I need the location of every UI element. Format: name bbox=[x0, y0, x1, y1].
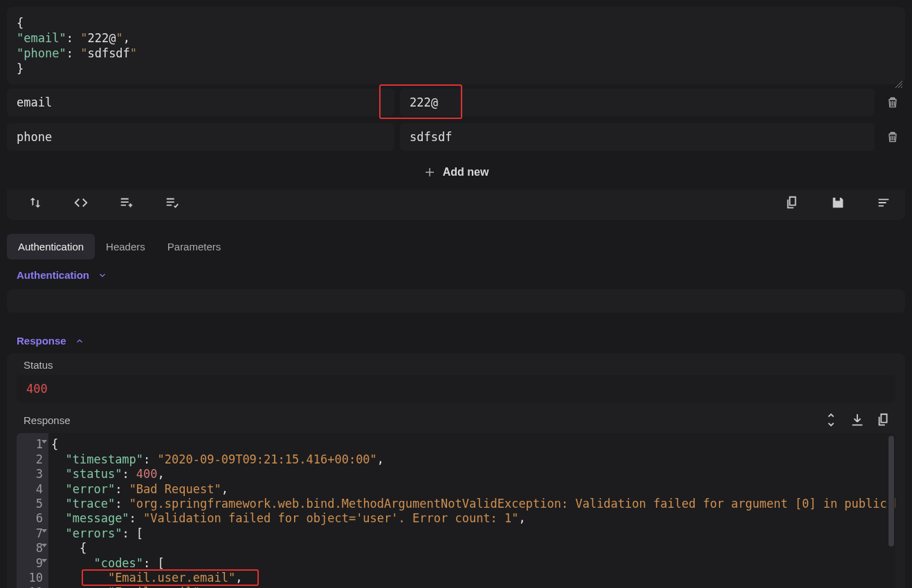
code-line: "timestamp": "2020-09-09T09:21:15.416+00… bbox=[51, 452, 895, 467]
download-icon[interactable] bbox=[850, 412, 865, 428]
param-key-input[interactable] bbox=[7, 89, 394, 116]
code-line: { bbox=[51, 541, 895, 555]
response-panel: Status 400 Response 123456789101112 { "t… bbox=[7, 353, 905, 588]
code-line: "errors": [ bbox=[51, 526, 895, 541]
playlist-add-icon[interactable] bbox=[119, 195, 134, 210]
param-value-input[interactable] bbox=[400, 89, 875, 116]
body-toolbar bbox=[7, 190, 905, 220]
delete-row-button[interactable] bbox=[880, 95, 905, 109]
request-tabs: Authentication Headers Parameters bbox=[7, 234, 905, 259]
authentication-panel bbox=[7, 289, 905, 313]
request-body-json[interactable]: { "email": "222@", "phone": "sdfsdf"} bbox=[7, 7, 905, 84]
code-line: "trace": "org.springframework.web.bind.M… bbox=[51, 497, 895, 511]
param-row bbox=[7, 123, 905, 151]
authentication-section-toggle[interactable]: Authentication bbox=[7, 265, 905, 285]
param-row bbox=[7, 89, 905, 116]
response-body-label: Response bbox=[24, 414, 71, 426]
delete-row-button[interactable] bbox=[880, 130, 905, 144]
tab-headers[interactable]: Headers bbox=[95, 234, 156, 259]
response-code-viewer[interactable]: 123456789101112 { "timestamp": "2020-09-… bbox=[17, 433, 895, 588]
unfold-icon[interactable] bbox=[823, 412, 839, 428]
save-icon[interactable] bbox=[830, 195, 846, 210]
copy-icon[interactable] bbox=[785, 195, 800, 210]
copy-response-icon[interactable] bbox=[876, 412, 891, 428]
response-section-label: Response bbox=[17, 335, 66, 347]
code-line: { bbox=[51, 437, 895, 452]
resize-handle-icon[interactable] bbox=[895, 76, 902, 83]
code-line: "error": "Bad Request", bbox=[51, 482, 895, 497]
trash-icon bbox=[886, 130, 900, 144]
code-line: "status": 400, bbox=[51, 467, 895, 481]
authentication-section-label: Authentication bbox=[17, 269, 89, 281]
status-label: Status bbox=[7, 353, 905, 375]
notes-icon[interactable] bbox=[876, 195, 891, 210]
status-value: 400 bbox=[17, 375, 895, 403]
code-icon[interactable] bbox=[73, 195, 89, 210]
playlist-check-icon[interactable] bbox=[165, 195, 180, 210]
add-new-button[interactable]: Add new bbox=[0, 158, 912, 190]
param-key-input[interactable] bbox=[7, 123, 394, 151]
chevron-up-icon bbox=[75, 336, 84, 346]
tab-authentication[interactable]: Authentication bbox=[7, 234, 95, 259]
code-line: "Email.user.email", bbox=[51, 571, 895, 585]
highlight-wrapper bbox=[400, 89, 875, 116]
plus-icon bbox=[423, 166, 436, 178]
tab-parameters[interactable]: Parameters bbox=[156, 234, 232, 259]
response-section-toggle[interactable]: Response bbox=[7, 331, 905, 351]
param-value-input[interactable] bbox=[400, 123, 875, 151]
add-new-label: Add new bbox=[443, 166, 489, 178]
swap-vert-icon[interactable] bbox=[28, 195, 43, 210]
code-line: "codes": [ bbox=[51, 556, 895, 571]
scrollbar-thumb[interactable] bbox=[888, 436, 894, 546]
trash-icon bbox=[886, 95, 900, 109]
code-line: "Email.email", bbox=[51, 585, 895, 588]
code-line: "message": "Validation failed for object… bbox=[51, 511, 895, 526]
chevron-down-icon bbox=[98, 270, 107, 280]
